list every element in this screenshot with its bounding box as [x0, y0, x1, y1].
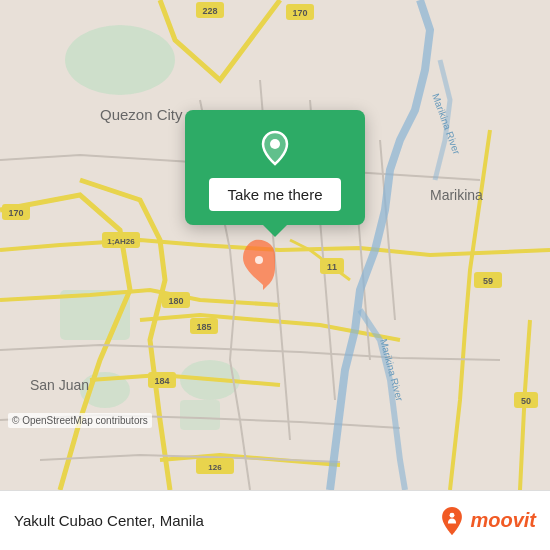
svg-point-1	[65, 25, 175, 95]
svg-text:126: 126	[208, 463, 222, 472]
svg-text:San Juan: San Juan	[30, 377, 89, 393]
moovit-brand-name: moovit	[470, 509, 536, 532]
moovit-logo: moovit	[438, 507, 536, 535]
map-view: 228 170 170 1;AH26 180 185 184 59 11 50 …	[0, 0, 550, 490]
svg-text:184: 184	[154, 376, 169, 386]
svg-text:1;AH26: 1;AH26	[107, 237, 135, 246]
svg-text:185: 185	[196, 322, 211, 332]
svg-rect-4	[180, 400, 220, 430]
location-name: Yakult Cubao Center, Manila	[14, 512, 204, 529]
svg-text:170: 170	[292, 8, 307, 18]
svg-text:59: 59	[483, 276, 493, 286]
moovit-brand-icon	[438, 507, 466, 535]
svg-point-34	[270, 139, 280, 149]
svg-text:170: 170	[8, 208, 23, 218]
svg-text:228: 228	[202, 6, 217, 16]
map-attribution: © OpenStreetMap contributors	[8, 413, 152, 428]
svg-text:Quezon City: Quezon City	[100, 106, 183, 123]
svg-text:50: 50	[521, 396, 531, 406]
svg-point-35	[450, 512, 455, 517]
take-me-there-button[interactable]: Take me there	[209, 178, 340, 211]
bottom-bar: Yakult Cubao Center, Manila moovit	[0, 490, 550, 550]
svg-text:Marikina: Marikina	[430, 187, 483, 203]
svg-text:180: 180	[168, 296, 183, 306]
location-pin-icon	[255, 128, 295, 168]
location-popup[interactable]: Take me there	[185, 110, 365, 225]
svg-point-33	[255, 256, 263, 264]
svg-text:11: 11	[327, 262, 337, 272]
